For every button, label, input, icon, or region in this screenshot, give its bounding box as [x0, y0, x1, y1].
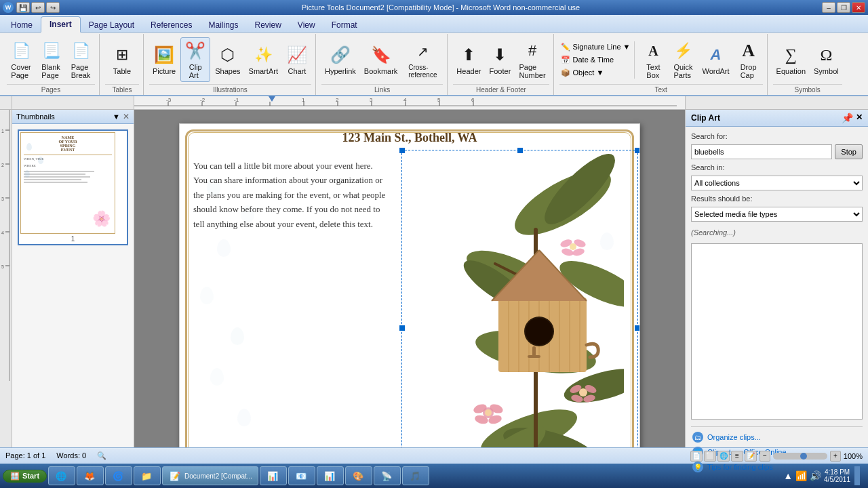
clip-art-close-btn[interactable]: ✕	[856, 113, 863, 123]
start-button[interactable]: 🪟 Start	[3, 470, 47, 483]
handle-tr[interactable]	[635, 148, 640, 153]
web-layout-btn[interactable]: 🌐	[717, 451, 730, 462]
h-ruler: -3 -2 -1 1 2 3 4 5 6	[134, 96, 685, 109]
cover-page-label: CoverPage	[11, 63, 31, 79]
clip-art-pin-btn[interactable]: 📌	[842, 113, 853, 123]
music-icon: 🎵	[408, 469, 422, 483]
doc-area[interactable]: 123 Main St., Bothell, WA You can tell a…	[134, 110, 685, 447]
draft-btn[interactable]: 📝	[745, 451, 757, 462]
taskbar-item-chrome[interactable]: 🌀	[105, 466, 132, 485]
taskbar-item-music[interactable]: 🎵	[402, 466, 429, 485]
handle-ml[interactable]	[399, 325, 405, 331]
svg-text:4: 4	[403, 97, 407, 103]
shapes-icon: ⬡	[217, 44, 239, 66]
outline-btn[interactable]: ≡	[731, 451, 743, 462]
bookmark-btn[interactable]: 🔖 Bookmark	[361, 42, 401, 77]
header-btn[interactable]: ⬆ Header	[453, 42, 484, 77]
results-row: Selected media file types	[691, 207, 863, 222]
page-num-btn[interactable]: # PageNumber	[515, 38, 549, 81]
status-bar: Page: 1 of 1 Words: 0 🔍 📄 ⬜ 🌐 ≡ 📝 − + 10…	[0, 447, 868, 464]
search-in-row: All collections	[691, 176, 863, 190]
search-in-select[interactable]: All collections	[691, 176, 863, 190]
object-btn[interactable]: 📦 Object ▼	[559, 67, 632, 79]
full-screen-btn[interactable]: ⬜	[704, 451, 716, 462]
taskbar-item-excel[interactable]: 📊	[260, 466, 287, 485]
thumbnails-dropdown[interactable]: ▼	[113, 113, 120, 121]
zoom-in-btn[interactable]: +	[830, 451, 841, 462]
chart-label: Chart	[288, 67, 307, 75]
handle-mr[interactable]	[635, 325, 640, 331]
organize-clips-link[interactable]: 🗂 Organize clips...	[691, 430, 863, 445]
taskbar-item-outlook[interactable]: 📧	[288, 466, 315, 485]
wordart-btn[interactable]: A WordArt	[698, 42, 732, 77]
tab-view[interactable]: View	[290, 18, 323, 32]
textbox-btn[interactable]: A TextBox	[639, 38, 667, 81]
signature-line-btn[interactable]: ✏️ Signature Line ▼	[559, 41, 632, 53]
thumb-divider	[24, 155, 112, 155]
tab-home[interactable]: Home	[3, 18, 41, 32]
tab-page-layout[interactable]: Page Layout	[81, 18, 142, 32]
handle-tl[interactable]	[399, 148, 405, 153]
minimize-btn[interactable]: –	[822, 2, 835, 13]
show-desktop-btn[interactable]	[854, 466, 860, 485]
quick-parts-btn[interactable]: ⚡ QuickParts	[669, 38, 697, 81]
tab-insert[interactable]: Insert	[41, 16, 81, 33]
results-select[interactable]: Selected media file types	[691, 207, 863, 222]
pages-group: 📄 CoverPage 📃 BlankPage 📄 PageBreak Page…	[3, 34, 100, 95]
chart-btn[interactable]: 📈 Chart	[283, 42, 311, 77]
dropcap-btn[interactable]: A DropCap	[734, 38, 763, 81]
restore-btn[interactable]: ❐	[837, 2, 850, 13]
document: 123 Main St., Bothell, WA You can tell a…	[179, 123, 640, 447]
date-time-btn[interactable]: 📅 Date & Time	[559, 54, 632, 66]
table-btn[interactable]: ⊞ Table	[105, 42, 139, 77]
smartart-label: SmartArt	[249, 67, 278, 75]
page-thumbnail[interactable]: NAMEOF YOURSPRINGEVENT WHEN, TIMEWHERE 🌸	[18, 129, 128, 245]
hyperlink-btn[interactable]: 🔗 Hyperlink	[321, 42, 359, 77]
quick-undo[interactable]: ↩	[31, 2, 45, 13]
taskbar-item-filezilla[interactable]: 📡	[374, 466, 401, 485]
close-btn[interactable]: ✕	[852, 2, 865, 13]
page-break-btn[interactable]: 📄 PageBreak	[66, 38, 95, 81]
words-status: Words: 0	[56, 451, 86, 460]
thumbnails-controls: ▼ ✕	[113, 112, 130, 121]
status-right: 📄 ⬜ 🌐 ≡ 📝 − + 100%	[690, 451, 863, 462]
clip-art-title: Clip Art	[691, 113, 720, 123]
equation-btn[interactable]: ∑ Equation	[773, 42, 809, 77]
taskbar-item-paint[interactable]: 🎨	[345, 466, 372, 485]
cover-page-btn[interactable]: 📄 CoverPage	[7, 38, 35, 81]
thumbnails-close-btn[interactable]: ✕	[123, 112, 130, 121]
cover-page-icon: 📄	[10, 40, 32, 62]
taskbar-item-word[interactable]: 📝 Document2 [Compat...	[162, 466, 258, 485]
text-group: ✏️ Signature Line ▼ 📅 Date & Time 📦 Obje…	[555, 34, 768, 95]
links-group: 🔗 Hyperlink 🔖 Bookmark ↗ Cross-reference…	[317, 34, 448, 95]
quick-redo[interactable]: ↪	[46, 2, 60, 13]
tab-review[interactable]: Review	[246, 18, 289, 32]
paint-icon: 🎨	[351, 469, 365, 483]
tab-mailings[interactable]: Mailings	[200, 18, 246, 32]
symbol-label: Symbol	[814, 67, 839, 75]
tab-references[interactable]: References	[142, 18, 200, 32]
symbol-btn[interactable]: Ω Symbol	[810, 42, 842, 77]
taskbar-item-firefox[interactable]: 🦊	[77, 466, 104, 485]
taskbar-item-ie[interactable]: 🌐	[48, 466, 75, 485]
handle-tm[interactable]	[517, 148, 523, 153]
footer-btn[interactable]: ⬇ Footer	[486, 42, 514, 77]
picture-btn[interactable]: 🖼️ Picture	[149, 42, 179, 77]
blank-page-btn[interactable]: 📃 BlankPage	[37, 38, 65, 81]
taskbar-right: ▲ 📶 🔊 4:18 PM 4/5/2011	[778, 466, 865, 485]
clip-art-header: Clip Art 📌 ✕	[686, 110, 868, 127]
quick-save[interactable]: 💾	[16, 2, 30, 13]
print-layout-btn[interactable]: 📄	[690, 451, 703, 462]
tab-format[interactable]: Format	[323, 18, 366, 32]
cross-ref-btn[interactable]: ↗ Cross-reference	[402, 39, 443, 81]
clip-art-btn[interactable]: ✂️ ClipArt	[180, 37, 210, 82]
zoom-slider[interactable]	[773, 453, 827, 460]
search-input[interactable]	[691, 144, 832, 159]
zoom-out-btn[interactable]: −	[760, 451, 770, 462]
shapes-btn[interactable]: ⬡ Shapes	[212, 42, 243, 77]
smartart-btn[interactable]: ✨ SmartArt	[245, 42, 281, 77]
stop-btn[interactable]: Stop	[835, 144, 863, 159]
illustrations-label: Illustrations	[149, 84, 311, 94]
taskbar-item-explorer[interactable]: 📁	[134, 466, 161, 485]
taskbar-item-ppt[interactable]: 📊	[317, 466, 344, 485]
